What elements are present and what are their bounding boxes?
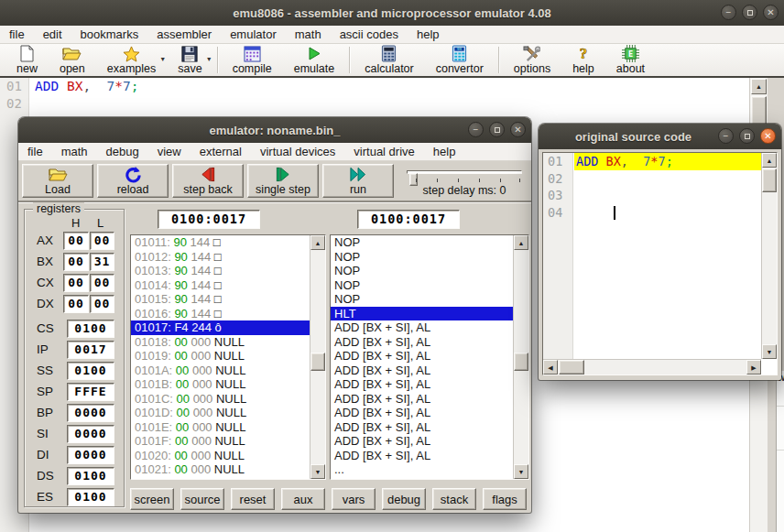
register-ax-l-field[interactable]: 00 (90, 232, 114, 250)
menu-item-external[interactable]: external (191, 143, 251, 160)
disassembly-row[interactable]: NOP (331, 250, 513, 265)
memory-row[interactable]: 01013: 90 144 □ (131, 264, 310, 278)
menu-item-virtual-devices[interactable]: virtual devices (251, 143, 344, 160)
reload-button[interactable]: reload (97, 164, 169, 198)
scroll-down-icon[interactable]: ▼ (762, 344, 777, 359)
stack-button[interactable]: stack (432, 488, 476, 510)
disassembly-row[interactable]: ADD [BX + SI], AL (331, 364, 513, 378)
disassembly-row[interactable]: ADD [BX + SI], AL (331, 320, 513, 335)
scroll-up-icon[interactable]: ▲ (762, 153, 777, 168)
toolbar-open-button[interactable]: open (49, 44, 96, 76)
memory-row[interactable]: 01012: 90 144 □ (131, 250, 310, 265)
menu-item-assembler[interactable]: assembler (147, 26, 221, 43)
toolbar-examples-button[interactable]: examples▼ (96, 44, 168, 76)
step-back-button[interactable]: step back (172, 164, 244, 198)
source-horizontal-scrollbar[interactable]: ◀ ▶ (543, 359, 761, 375)
vars-button[interactable]: vars (332, 488, 376, 510)
memory-row[interactable]: 01014: 90 144 □ (131, 278, 310, 293)
disassembly-row[interactable]: ... (331, 462, 513, 477)
scrollbar-thumb[interactable] (559, 360, 584, 375)
source-titlebar[interactable]: original source code − ✕ (539, 124, 781, 149)
memory-scrollbar[interactable]: ▲ ▼ (310, 235, 325, 479)
memory-row[interactable]: 01020: 00 000 NULL (131, 449, 310, 463)
scroll-up-icon[interactable]: ▲ (310, 235, 325, 250)
minimize-icon[interactable]: − (468, 122, 484, 137)
aux-button[interactable]: aux (281, 488, 325, 510)
register-dx-l-field[interactable]: 00 (90, 295, 114, 313)
source-editor-code[interactable]: ADD BX, 7*7; (574, 153, 761, 359)
menu-item-file[interactable]: file (0, 26, 34, 43)
maximize-icon[interactable] (742, 5, 757, 20)
close-icon[interactable]: ✕ (763, 5, 779, 20)
disassembly-row[interactable]: NOP (331, 264, 513, 278)
toolbar-calculator-button[interactable]: calculator (354, 44, 425, 76)
register-ss-field[interactable]: 0100 (67, 362, 114, 380)
emulator-titlebar[interactable]: emulator: noname.bin_ − ✕ (18, 117, 531, 143)
memory-row[interactable]: 01019: 00 000 NULL (131, 349, 310, 364)
memory-row[interactable]: 01011: 90 144 □ (131, 235, 310, 250)
scroll-down-icon[interactable]: ▼ (514, 464, 528, 479)
memory-row[interactable]: 01015: 90 144 □ (131, 292, 310, 307)
scrollbar-thumb[interactable] (514, 353, 528, 371)
disassembly-row[interactable]: NOP (331, 235, 513, 250)
debug-button[interactable]: debug (382, 488, 426, 510)
toolbar-convertor-button[interactable]: 99convertor (425, 44, 495, 76)
menu-item-help[interactable]: help (408, 26, 449, 43)
code-line[interactable]: ADD BX, 7*7; (574, 153, 761, 170)
main-titlebar[interactable]: emu8086 - assembler and microprocessor e… (0, 0, 784, 26)
toolbar-help-button[interactable]: ?help (561, 44, 605, 76)
disassembly-row[interactable]: NOP (331, 278, 513, 293)
menu-item-edit[interactable]: edit (34, 26, 71, 43)
disassembly-list[interactable]: NOPNOPNOPNOPNOPHLTADD [BX + SI], ALADD [… (330, 234, 529, 480)
register-ds-field[interactable]: 0100 (67, 467, 114, 485)
register-bx-h-field[interactable]: 00 (63, 253, 89, 271)
reset-button[interactable]: reset (231, 488, 275, 510)
code-line[interactable] (35, 95, 768, 113)
main-editor-code[interactable]: ADD BX, 7*7; (35, 78, 768, 113)
register-di-field[interactable]: 0000 (67, 446, 114, 464)
memory-row[interactable]: 0101F: 00 000 NULL (131, 434, 310, 449)
memory-list[interactable]: 01011: 90 144 □01012: 90 144 □01013: 90 … (130, 234, 326, 480)
code-line[interactable] (574, 170, 761, 188)
memory-row[interactable]: 0101E: 00 000 NULL (131, 420, 310, 435)
register-ip-field[interactable]: 0017 (67, 341, 114, 359)
register-bp-field[interactable]: 0000 (67, 404, 114, 422)
scroll-left-icon[interactable]: ◀ (543, 360, 558, 375)
register-bx-l-field[interactable]: 31 (90, 253, 114, 271)
disassembly-row[interactable]: ADD [BX + SI], AL (331, 392, 513, 407)
register-cs-field[interactable]: 0100 (67, 320, 114, 338)
disassembly-row[interactable]: ADD [BX + SI], AL (331, 377, 513, 392)
disassembly-row[interactable]: ADD [BX + SI], AL (331, 420, 513, 435)
disassembly-row[interactable]: ADD [BX + SI], AL (331, 406, 513, 420)
menu-item-math[interactable]: math (286, 26, 331, 43)
memory-row[interactable]: 01017: F4 244 ô (131, 320, 310, 335)
toolbar-compile-button[interactable]: compile (222, 44, 283, 76)
memory-row[interactable]: 01018: 00 000 NULL (131, 335, 310, 350)
menu-item-virtual-drive[interactable]: virtual drive (344, 143, 423, 160)
toolbar-about-button[interactable]: Eabout (605, 44, 656, 76)
toolbar-options-button[interactable]: options (503, 44, 561, 76)
source-editor[interactable]: 01020304 ADD BX, 7*7; ▲ ▼ ◀ ▶ (542, 152, 778, 375)
minimize-icon[interactable]: − (721, 5, 736, 20)
minimize-icon[interactable]: − (718, 128, 734, 144)
maximize-icon[interactable] (739, 128, 755, 144)
menu-item-emulator[interactable]: emulator (221, 26, 286, 43)
menu-item-file[interactable]: file (18, 143, 52, 160)
menu-item-help[interactable]: help (424, 143, 465, 160)
scroll-up-icon[interactable]: ▲ (751, 79, 767, 94)
toolbar-emulate-button[interactable]: emulate (283, 44, 345, 76)
memory-row[interactable]: 0101C: 00 000 NULL (131, 392, 310, 407)
disassembly-row[interactable]: ADD [BX + SI], AL (331, 349, 513, 364)
register-dx-h-field[interactable]: 00 (63, 295, 89, 313)
scroll-right-icon[interactable]: ▶ (746, 360, 761, 375)
dropdown-arrow-icon[interactable]: ▼ (206, 56, 212, 62)
register-ax-h-field[interactable]: 00 (63, 232, 89, 250)
register-cx-l-field[interactable]: 00 (90, 274, 114, 292)
code-line[interactable]: ADD BX, 7*7; (35, 78, 768, 95)
code-line[interactable] (574, 204, 761, 222)
disasm-address-field[interactable]: 0100:0017 (357, 210, 460, 229)
scroll-up-icon[interactable]: ▲ (514, 235, 528, 250)
disassembly-row[interactable]: ADD [BX + SI], AL (331, 449, 513, 463)
menu-item-ascii-codes[interactable]: ascii codes (331, 26, 408, 43)
disassembly-row[interactable]: HLT (331, 307, 513, 321)
